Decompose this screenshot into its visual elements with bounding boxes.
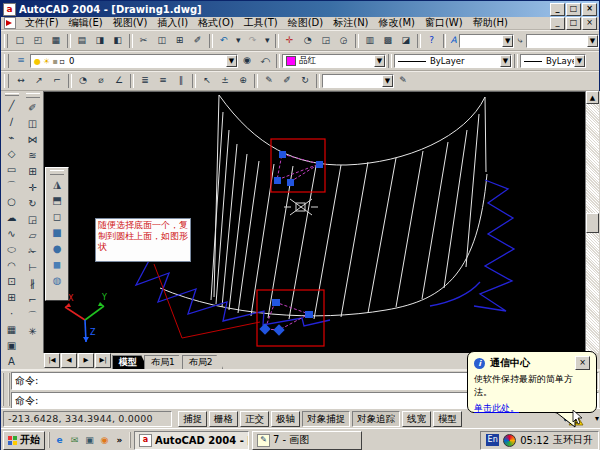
menu-help[interactable]: 帮助(H) bbox=[468, 16, 513, 30]
drawing-canvas[interactable]: X Y Z 随便选择底面一个，复制到圆柱上面，如图形状 bbox=[43, 91, 585, 353]
match-properties-button[interactable]: ✐ bbox=[190, 33, 206, 49]
color-combo[interactable]: 品红 ▼ bbox=[282, 54, 386, 68]
command-grab-handle[interactable] bbox=[2, 373, 10, 406]
minimize-button[interactable]: _ bbox=[550, 3, 565, 16]
menu-insert[interactable]: 插入(I) bbox=[152, 16, 193, 30]
circle-button[interactable]: ○ bbox=[4, 194, 20, 210]
save-button[interactable]: ▦ bbox=[48, 33, 64, 49]
publish-button[interactable]: ◧ bbox=[110, 33, 126, 49]
quicklaunch-show-desktop-button[interactable]: ▣ bbox=[83, 434, 96, 447]
autocad-app-icon[interactable]: a bbox=[3, 3, 16, 16]
array-button[interactable]: ⊞ bbox=[25, 164, 41, 180]
insert-block-button[interactable]: ⊡ bbox=[4, 274, 20, 290]
center-mark-button[interactable]: ⊕ bbox=[235, 73, 251, 89]
solid-torus-button[interactable]: ◍ bbox=[49, 273, 65, 289]
lineweight-combo[interactable]: ByLayer ▼ bbox=[520, 54, 586, 68]
tab-last-button[interactable]: ▶| bbox=[95, 353, 111, 368]
menu-format[interactable]: 格式(O) bbox=[193, 16, 239, 30]
tab-next-button[interactable]: ▶ bbox=[78, 353, 94, 368]
ellipse-button[interactable]: ⬭ bbox=[4, 242, 20, 258]
chevron-down-icon[interactable]: ▼ bbox=[574, 55, 585, 67]
toggle-grid[interactable]: 栅格 bbox=[209, 411, 238, 427]
baseline-dimension-button[interactable]: ≡ bbox=[155, 73, 171, 89]
child-close-button[interactable]: × bbox=[582, 17, 597, 30]
chevron-down-icon[interactable]: ▼ bbox=[226, 55, 237, 67]
2d-solid-button[interactable]: ◮ bbox=[49, 177, 65, 193]
plot-button[interactable]: ▤ bbox=[74, 33, 90, 49]
spline-button[interactable]: ∿ bbox=[4, 226, 20, 242]
chevron-down-icon[interactable]: ▼ bbox=[382, 75, 393, 87]
chevron-down-icon[interactable]: ▼ bbox=[500, 55, 511, 67]
menu-tools[interactable]: 工具(T) bbox=[239, 16, 283, 30]
quicklaunch-mail-button[interactable]: ✉ bbox=[68, 434, 81, 447]
layer-previous-button[interactable]: ⤺ bbox=[257, 53, 273, 69]
dimension-update-button[interactable]: ↻ bbox=[297, 73, 313, 89]
copy-button[interactable]: ◫ bbox=[154, 33, 170, 49]
linetype-combo[interactable]: ByLayer ▼ bbox=[394, 54, 512, 68]
menu-view[interactable]: 视图(V) bbox=[108, 16, 153, 30]
toggle-polar[interactable]: 极轴 bbox=[271, 411, 300, 427]
restore-button[interactable]: □ bbox=[566, 3, 581, 16]
paste-button[interactable]: ⊞ bbox=[172, 33, 188, 49]
tool-palettes-button[interactable]: ◪ bbox=[398, 33, 414, 49]
taskbar-task-paint[interactable]: ✎ 7 - 画图 bbox=[252, 431, 362, 450]
quicklaunch-overflow-chevron[interactable]: » bbox=[113, 434, 126, 447]
construction-line-button[interactable]: ∕ bbox=[4, 114, 20, 130]
line-button[interactable]: ╱ bbox=[4, 98, 20, 114]
scale-button[interactable]: ◲ bbox=[25, 212, 41, 228]
revision-cloud-button[interactable]: ☁ bbox=[4, 210, 20, 226]
hatch-button[interactable]: ▦ bbox=[4, 322, 20, 338]
chevron-down-icon[interactable]: ▼ bbox=[587, 35, 598, 47]
menu-file[interactable]: 文件(F) bbox=[20, 16, 64, 30]
designcenter-button[interactable]: ▩ bbox=[380, 33, 396, 49]
dimension-edit-button[interactable]: ✎ bbox=[261, 73, 277, 89]
angular-dimension-button[interactable]: ∠ bbox=[111, 73, 127, 89]
tab-model[interactable]: 模型 bbox=[112, 355, 148, 369]
erase-button[interactable]: ✐ bbox=[25, 100, 41, 116]
toolbar-grab-handle[interactable] bbox=[4, 34, 8, 48]
balloon-close-button[interactable]: × bbox=[575, 356, 590, 370]
rotate-button[interactable]: ↻ bbox=[25, 196, 41, 212]
trim-button[interactable]: ✁ bbox=[25, 244, 41, 260]
layer-manager-button[interactable]: ≡ bbox=[13, 53, 29, 69]
scroll-up-arrow[interactable]: ▲ bbox=[586, 91, 599, 104]
scrollbar-thumb[interactable] bbox=[586, 213, 599, 233]
balloon-link[interactable]: 单击此处。 bbox=[474, 402, 519, 415]
clock[interactable]: 05:12 bbox=[520, 435, 549, 446]
offset-button[interactable]: ≋ bbox=[25, 148, 41, 164]
make-block-button[interactable]: ⊞ bbox=[4, 290, 20, 306]
make-object-layer-current-button[interactable]: ◉ bbox=[239, 53, 255, 69]
stretch-button[interactable]: ▱ bbox=[25, 228, 41, 244]
quick-leader-button[interactable]: ↖ bbox=[199, 73, 215, 89]
radius-dimension-button[interactable]: ◔ bbox=[75, 73, 91, 89]
layer-combo[interactable]: ●☀▪▫ 0 ▼ bbox=[30, 54, 238, 68]
explode-button[interactable]: ✳ bbox=[25, 324, 41, 340]
dimension-style-combo[interactable]: ▼ bbox=[322, 74, 394, 88]
point-button[interactable]: · bbox=[4, 306, 20, 322]
pan-realtime-button[interactable]: ✛ bbox=[282, 33, 298, 49]
toggle-osnap[interactable]: 对象捕捉 bbox=[302, 411, 350, 427]
rectangle-button[interactable]: ▭ bbox=[4, 162, 20, 178]
input-language-indicator[interactable]: En bbox=[486, 434, 499, 446]
toggle-model[interactable]: 模型 bbox=[433, 411, 462, 427]
drawing-file-icon[interactable] bbox=[4, 17, 16, 29]
zoom-realtime-button[interactable]: ◔ bbox=[300, 33, 316, 49]
tray-program-icon[interactable] bbox=[503, 434, 516, 447]
continue-dimension-button[interactable]: ∥ bbox=[173, 73, 189, 89]
open-button[interactable]: ◰ bbox=[30, 33, 46, 49]
statusbar-tray-chevron[interactable]: ▾ bbox=[595, 414, 599, 423]
toggle-lineweight[interactable]: 线宽 bbox=[402, 411, 431, 427]
zoom-previous-button[interactable]: ◶ bbox=[336, 33, 352, 49]
toolbar-grab-handle[interactable] bbox=[50, 170, 64, 175]
menu-window[interactable]: 窗口(W) bbox=[420, 16, 468, 30]
mirror-button[interactable]: ⋈ bbox=[25, 132, 41, 148]
undo-button[interactable]: ↶ bbox=[216, 33, 232, 49]
chevron-down-icon[interactable]: ▼ bbox=[502, 35, 513, 47]
text-style-combo[interactable]: ▼ bbox=[459, 34, 514, 48]
start-button[interactable]: 开始 bbox=[3, 431, 45, 450]
vertical-scrollbar[interactable]: ▲ bbox=[585, 91, 599, 353]
new-button[interactable]: □ bbox=[12, 33, 28, 49]
toggle-snap[interactable]: 捕捉 bbox=[178, 411, 207, 427]
dimension-text-edit-button[interactable]: ✐ bbox=[279, 73, 295, 89]
arc-button[interactable]: ⌒ bbox=[4, 178, 20, 194]
